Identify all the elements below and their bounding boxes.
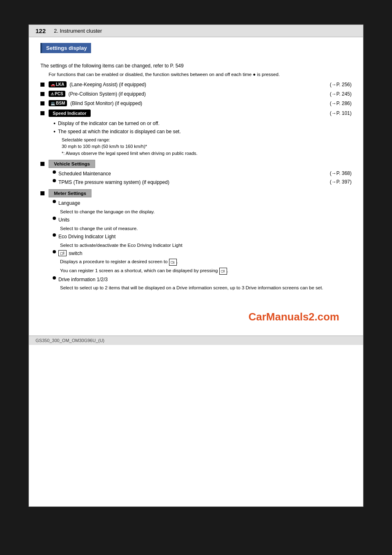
tpms-ref: (→P. 397) <box>330 179 352 185</box>
drive-info-label: Drive information 1/2/3 <box>58 276 352 283</box>
speed-indicator-item: Speed Indicator (→P. 101) • Display of t… <box>40 110 352 157</box>
scheduled-maintenance-label: Scheduled Maintenance <box>58 170 326 177</box>
pcs-icon: ⚠ PCS <box>49 91 65 97</box>
units-label: Units <box>58 217 352 224</box>
speed-bullet-2-text: The speed at which the indicator is disp… <box>58 128 181 135</box>
main-content: 122 2. Instrument cluster Settings displ… <box>29 25 363 507</box>
speed-asterisk: *: Always observe the legal speed limit … <box>62 150 352 157</box>
switch-icon-inline2: □‖ <box>219 268 227 275</box>
speed-note-label: Selectable speed range: <box>62 137 352 143</box>
bullet-lka <box>40 83 45 87</box>
vehicle-settings-items: Scheduled Maintenance (→P. 368) TPMS (Ti… <box>49 170 352 186</box>
pcs-item: ⚠ PCS (Pre-Collision System) (if equippe… <box>40 91 352 97</box>
lka-badge-text: LKA <box>56 82 65 87</box>
meter-settings-section: Meter Settings Language Select to change… <box>40 189 352 291</box>
drive-info-item: Drive information 1/2/3 <box>53 276 352 283</box>
dot-tpms <box>53 179 56 182</box>
tpms-label: TPMS (Tire pressure warning system) (if … <box>58 179 326 186</box>
speed-bullet-1: • Display of the indicator can be turned… <box>53 120 352 127</box>
meter-settings-header-row: Meter Settings <box>40 189 352 197</box>
bullet-speed <box>40 111 45 115</box>
dot-units <box>53 217 56 220</box>
page-number: 122 <box>36 27 46 34</box>
pcs-badge-text: PCS <box>55 92 63 96</box>
dot-drive <box>53 276 56 280</box>
vehicle-settings-header-row: Vehicle Settings <box>40 160 352 168</box>
switch-desc2-text: You can register 1 screen as a shortcut,… <box>60 268 218 273</box>
eco-driving-label: Eco Driving Indicator Light <box>58 233 352 240</box>
switch-label: switch <box>69 250 352 257</box>
speed-indicator-row: Speed Indicator (→P. 101) <box>40 110 352 117</box>
meter-settings-items: Language Select to change the language o… <box>49 200 352 291</box>
scheduled-maintenance-ref: (→P. 368) <box>330 170 352 176</box>
switch-icon-inline1: □‖ <box>169 259 177 266</box>
sub-intro-text: For functions that can be enabled or dis… <box>49 71 352 78</box>
language-item: Language <box>53 200 352 207</box>
footer-bar: GS350_300_OM_OM30G96U_(U) <box>29 336 363 345</box>
lka-item: 🚗 LKA (Lane-Keeping Assist) (if equipped… <box>40 81 352 87</box>
watermark: CarManuals2.com <box>40 294 352 327</box>
bsm-ref: (→P. 286) <box>330 101 352 106</box>
speed-ref: (→P. 101) <box>330 110 352 116</box>
switch-item: □‖ switch <box>53 250 352 257</box>
bsm-icon: 💻 BSM <box>49 100 67 106</box>
content-area: Settings display The settings of the fol… <box>29 37 363 336</box>
scheduled-maintenance-item: Scheduled Maintenance (→P. 368) <box>53 170 352 177</box>
intro-text: The settings of the following items can … <box>40 63 352 69</box>
tpms-item: TPMS (Tire pressure warning system) (if … <box>53 179 352 186</box>
pcs-ref: (→P. 245) <box>330 91 352 97</box>
drive-info-desc: Select to select up to 2 items that will… <box>60 284 352 291</box>
vehicle-settings-badge: Vehicle Settings <box>49 160 95 168</box>
meter-settings-badge: Meter Settings <box>49 189 91 197</box>
pcs-label: (Pre-Collision System) (if equipped) <box>69 91 146 97</box>
switch-icon: □‖ <box>58 250 67 256</box>
dot-scheduled <box>53 170 56 174</box>
bullet-bsm <box>40 101 45 105</box>
bsm-label: (Blind Spot Monitor) (if equipped) <box>70 101 142 106</box>
bullet-meter <box>40 191 45 195</box>
chapter-title: 2. Instrument cluster <box>54 28 102 34</box>
switch-desc1-text: Displays a procedure to register a desir… <box>60 259 167 264</box>
eco-driving-item: Eco Driving Indicator Light <box>53 233 352 240</box>
language-label: Language <box>58 200 352 207</box>
language-desc: Select to change the language on the dis… <box>60 208 352 215</box>
switch-desc1: Displays a procedure to register a desir… <box>60 258 352 266</box>
units-desc: Select to change the unit of measure. <box>60 225 352 232</box>
bsm-badge-text: BSM <box>56 101 65 105</box>
page-header: 122 2. Instrument cluster <box>29 25 363 37</box>
bullet-pcs <box>40 92 45 96</box>
units-item: Units <box>53 217 352 224</box>
page-wrapper: 122 2. Instrument cluster Settings displ… <box>0 0 392 555</box>
bullet-vehicle <box>40 162 45 166</box>
lka-icon: 🚗 LKA <box>49 81 67 87</box>
speed-note: Selectable speed range: 30 mph to 100 mp… <box>62 137 352 157</box>
section-heading: Settings display <box>40 43 91 53</box>
dot-eco <box>53 233 56 237</box>
eco-driving-desc: Select to activate/deactivate the Eco Dr… <box>60 242 352 248</box>
lka-ref: (→P. 256) <box>330 82 352 87</box>
footer-text: GS350_300_OM_OM30G96U_(U) <box>36 338 105 343</box>
lka-label: (Lane-Keeping Assist) (if equipped) <box>70 82 146 87</box>
speed-bullet-2: • The speed at which the indicator is di… <box>53 128 352 135</box>
dot-language <box>53 200 56 203</box>
switch-desc2: You can register 1 screen as a shortcut,… <box>60 267 352 275</box>
vehicle-settings-section: Vehicle Settings Scheduled Maintenance (… <box>40 160 352 186</box>
speed-badge: Speed Indicator <box>49 110 91 117</box>
speed-bullet-1-text: Display of the indicator can be turned o… <box>58 120 160 127</box>
speed-note-value: 30 mph to 100 mph (50 km/h to 160 km/h)* <box>62 143 352 150</box>
bsm-item: 💻 BSM (Blind Spot Monitor) (if equipped)… <box>40 100 352 106</box>
dot-switch <box>53 250 56 253</box>
